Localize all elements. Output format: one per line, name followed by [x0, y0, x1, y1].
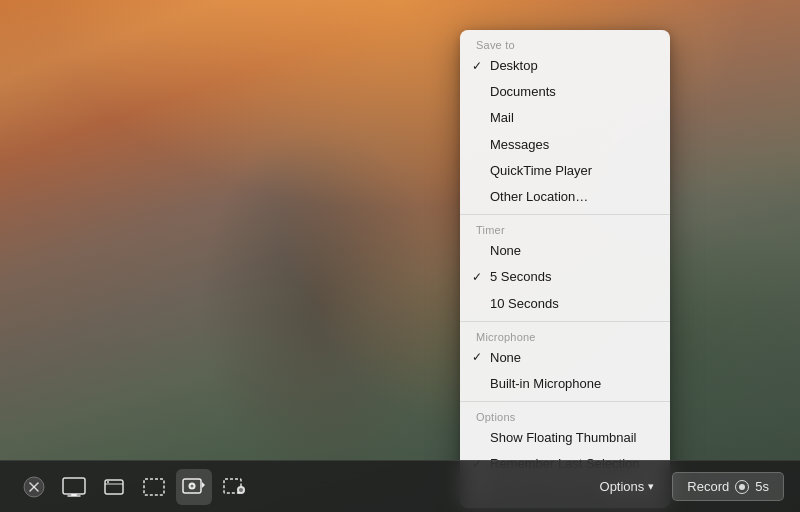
menu-item-label-1-0: None — [490, 242, 521, 260]
checkmark-icon: ✓ — [472, 349, 482, 366]
options-label: Options — [600, 479, 645, 494]
menu-item-label-2-0: None — [490, 349, 521, 367]
screen-record-button[interactable] — [176, 469, 212, 505]
menu-item-1-0[interactable]: None — [460, 238, 670, 264]
menu-item-label-0-3: Messages — [490, 136, 549, 154]
menu-item-label-1-2: 10 Seconds — [490, 295, 559, 313]
menu-item-label-0-4: QuickTime Player — [490, 162, 592, 180]
menu-item-2-1[interactable]: Built-in Microphone — [460, 371, 670, 397]
menu-item-0-4[interactable]: QuickTime Player — [460, 158, 670, 184]
screen-record-selection-button[interactable] — [216, 469, 252, 505]
svg-point-16 — [239, 488, 243, 492]
menu-item-label-0-1: Documents — [490, 83, 556, 101]
checkmark-icon: ✓ — [472, 58, 482, 75]
menu-section-header-3: Options — [460, 406, 670, 425]
close-button[interactable] — [16, 469, 52, 505]
chevron-down-icon: ▾ — [648, 480, 654, 493]
menu-item-0-5[interactable]: Other Location… — [460, 184, 670, 210]
svg-point-12 — [191, 484, 194, 487]
menu-section-header-2: Microphone — [460, 326, 670, 345]
menu-section-header-0: Save to — [460, 34, 670, 53]
menu-section-header-1: Timer — [460, 219, 670, 238]
menu-item-0-0[interactable]: ✓Desktop — [460, 53, 670, 79]
menu-item-0-3[interactable]: Messages — [460, 132, 670, 158]
menu-section-2: Microphone✓NoneBuilt-in Microphone — [460, 321, 670, 401]
svg-point-8 — [107, 481, 109, 483]
menu-item-1-1[interactable]: ✓5 Seconds — [460, 264, 670, 290]
svg-rect-3 — [63, 478, 85, 494]
menu-item-label-0-0: Desktop — [490, 57, 538, 75]
menu-item-label-2-1: Built-in Microphone — [490, 375, 601, 393]
timer-inner-icon — [739, 484, 745, 490]
menu-item-3-0[interactable]: Show Floating Thumbnail — [460, 425, 670, 451]
timer-icon — [735, 480, 749, 494]
menu-item-0-1[interactable]: Documents — [460, 79, 670, 105]
options-button[interactable]: Options ▾ — [590, 473, 665, 500]
menu-item-2-0[interactable]: ✓None — [460, 345, 670, 371]
svg-rect-9 — [144, 479, 164, 495]
menu-item-label-3-0: Show Floating Thumbnail — [490, 429, 636, 447]
menu-item-label-0-5: Other Location… — [490, 188, 588, 206]
svg-marker-13 — [202, 482, 205, 488]
selection-capture-button[interactable] — [136, 469, 172, 505]
menu-section-1: TimerNone✓5 Seconds10 Seconds — [460, 214, 670, 321]
fullscreen-capture-button[interactable] — [56, 469, 92, 505]
context-menu: Save to✓DesktopDocumentsMailMessagesQuic… — [460, 30, 670, 508]
menu-item-0-2[interactable]: Mail — [460, 105, 670, 131]
menu-item-1-2[interactable]: 10 Seconds — [460, 291, 670, 317]
menu-item-label-1-1: 5 Seconds — [490, 268, 551, 286]
toolbar: Options ▾ Record 5s — [0, 460, 800, 512]
menu-item-label-0-2: Mail — [490, 109, 514, 127]
record-button[interactable]: Record 5s — [672, 472, 784, 501]
checkmark-icon: ✓ — [472, 269, 482, 286]
desktop-background — [0, 0, 800, 512]
menu-section-0: Save to✓DesktopDocumentsMailMessagesQuic… — [460, 30, 670, 214]
window-capture-button[interactable] — [96, 469, 132, 505]
record-label: Record — [687, 479, 729, 494]
timer-label: 5s — [755, 479, 769, 494]
